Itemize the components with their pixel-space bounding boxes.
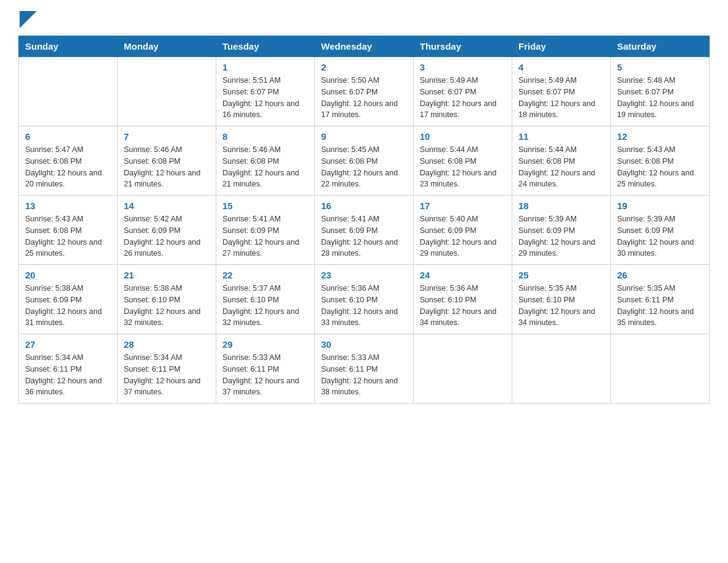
- day-number: 24: [420, 270, 506, 280]
- calendar-cell: 4Sunrise: 5:49 AMSunset: 6:07 PMDaylight…: [512, 57, 611, 126]
- calendar-cell: 17Sunrise: 5:40 AMSunset: 6:09 PMDayligh…: [414, 196, 512, 265]
- calendar-cell: 29Sunrise: 5:33 AMSunset: 6:11 PMDayligh…: [216, 334, 315, 404]
- day-number: 20: [25, 270, 111, 280]
- calendar-week-row: 6Sunrise: 5:47 AMSunset: 6:08 PMDaylight…: [19, 126, 710, 196]
- day-info: Sunrise: 5:49 AMSunset: 6:07 PMDaylight:…: [420, 75, 506, 121]
- calendar-cell: 18Sunrise: 5:39 AMSunset: 6:09 PMDayligh…: [512, 196, 611, 265]
- calendar-cell: [512, 334, 611, 404]
- day-info: Sunrise: 5:41 AMSunset: 6:09 PMDaylight:…: [222, 213, 308, 259]
- day-info: Sunrise: 5:43 AMSunset: 6:08 PMDaylight:…: [25, 213, 111, 259]
- day-info: Sunrise: 5:39 AMSunset: 6:09 PMDaylight:…: [617, 213, 703, 259]
- calendar-cell: 5Sunrise: 5:48 AMSunset: 6:07 PMDaylight…: [611, 57, 710, 126]
- calendar-cell: 13Sunrise: 5:43 AMSunset: 6:08 PMDayligh…: [19, 196, 118, 265]
- calendar-cell: 24Sunrise: 5:36 AMSunset: 6:10 PMDayligh…: [414, 265, 512, 334]
- day-info: Sunrise: 5:33 AMSunset: 6:11 PMDaylight:…: [222, 352, 308, 398]
- day-info: Sunrise: 5:51 AMSunset: 6:07 PMDaylight:…: [222, 75, 308, 121]
- calendar-cell: 27Sunrise: 5:34 AMSunset: 6:11 PMDayligh…: [19, 334, 118, 404]
- calendar-cell: 15Sunrise: 5:41 AMSunset: 6:09 PMDayligh…: [216, 196, 315, 265]
- page-header: [18, 12, 710, 29]
- day-info: Sunrise: 5:39 AMSunset: 6:09 PMDaylight:…: [518, 213, 604, 259]
- calendar-header-row: SundayMondayTuesdayWednesdayThursdayFrid…: [19, 36, 710, 57]
- calendar-week-row: 27Sunrise: 5:34 AMSunset: 6:11 PMDayligh…: [19, 334, 710, 404]
- day-info: Sunrise: 5:48 AMSunset: 6:07 PMDaylight:…: [617, 75, 703, 121]
- calendar-cell: 28Sunrise: 5:34 AMSunset: 6:11 PMDayligh…: [118, 334, 216, 404]
- calendar-cell: 9Sunrise: 5:45 AMSunset: 6:08 PMDaylight…: [315, 126, 414, 196]
- day-number: 7: [124, 131, 210, 142]
- day-number: 21: [124, 270, 210, 280]
- day-number: 9: [321, 131, 407, 142]
- day-info: Sunrise: 5:43 AMSunset: 6:08 PMDaylight:…: [617, 144, 703, 190]
- day-header-sunday: Sunday: [19, 36, 118, 57]
- day-info: Sunrise: 5:35 AMSunset: 6:11 PMDaylight:…: [617, 283, 703, 329]
- calendar-week-row: 20Sunrise: 5:38 AMSunset: 6:09 PMDayligh…: [19, 265, 710, 334]
- day-number: 17: [420, 201, 506, 211]
- day-info: Sunrise: 5:41 AMSunset: 6:09 PMDaylight:…: [321, 213, 407, 259]
- calendar-cell: 25Sunrise: 5:35 AMSunset: 6:10 PMDayligh…: [512, 265, 611, 334]
- day-info: Sunrise: 5:49 AMSunset: 6:07 PMDaylight:…: [518, 75, 604, 121]
- calendar-cell: 19Sunrise: 5:39 AMSunset: 6:09 PMDayligh…: [611, 196, 710, 265]
- day-info: Sunrise: 5:42 AMSunset: 6:09 PMDaylight:…: [124, 213, 210, 259]
- day-info: Sunrise: 5:46 AMSunset: 6:08 PMDaylight:…: [222, 144, 308, 190]
- day-number: 25: [518, 270, 604, 280]
- calendar-cell: 20Sunrise: 5:38 AMSunset: 6:09 PMDayligh…: [19, 265, 118, 334]
- calendar-cell: 2Sunrise: 5:50 AMSunset: 6:07 PMDaylight…: [315, 57, 414, 126]
- logo: [18, 12, 37, 29]
- day-number: 13: [25, 201, 111, 211]
- calendar-cell: [611, 334, 710, 404]
- calendar-cell: [118, 57, 216, 126]
- calendar-cell: 14Sunrise: 5:42 AMSunset: 6:09 PMDayligh…: [118, 196, 216, 265]
- day-number: 16: [321, 201, 407, 211]
- calendar-table: SundayMondayTuesdayWednesdayThursdayFrid…: [18, 36, 710, 404]
- day-number: 23: [321, 270, 407, 280]
- day-header-saturday: Saturday: [611, 36, 710, 57]
- day-info: Sunrise: 5:38 AMSunset: 6:09 PMDaylight:…: [25, 283, 111, 329]
- day-info: Sunrise: 5:36 AMSunset: 6:10 PMDaylight:…: [420, 283, 506, 329]
- logo-triangle-icon: [20, 11, 37, 28]
- calendar-cell: 11Sunrise: 5:44 AMSunset: 6:08 PMDayligh…: [512, 126, 611, 196]
- day-info: Sunrise: 5:37 AMSunset: 6:10 PMDaylight:…: [222, 283, 308, 329]
- day-number: 8: [222, 131, 308, 142]
- day-info: Sunrise: 5:50 AMSunset: 6:07 PMDaylight:…: [321, 75, 407, 121]
- calendar-cell: 23Sunrise: 5:36 AMSunset: 6:10 PMDayligh…: [315, 265, 414, 334]
- day-info: Sunrise: 5:34 AMSunset: 6:11 PMDaylight:…: [25, 352, 111, 398]
- day-number: 27: [25, 339, 111, 350]
- day-info: Sunrise: 5:38 AMSunset: 6:10 PMDaylight:…: [124, 283, 210, 329]
- day-number: 6: [25, 131, 111, 142]
- day-number: 14: [124, 201, 210, 211]
- calendar-cell: 21Sunrise: 5:38 AMSunset: 6:10 PMDayligh…: [118, 265, 216, 334]
- day-info: Sunrise: 5:36 AMSunset: 6:10 PMDaylight:…: [321, 283, 407, 329]
- day-header-wednesday: Wednesday: [315, 36, 414, 57]
- day-number: 19: [617, 201, 703, 211]
- day-info: Sunrise: 5:44 AMSunset: 6:08 PMDaylight:…: [518, 144, 604, 190]
- day-info: Sunrise: 5:40 AMSunset: 6:09 PMDaylight:…: [420, 213, 506, 259]
- day-info: Sunrise: 5:47 AMSunset: 6:08 PMDaylight:…: [25, 144, 111, 190]
- day-number: 4: [518, 62, 604, 72]
- day-info: Sunrise: 5:45 AMSunset: 6:08 PMDaylight:…: [321, 144, 407, 190]
- calendar-cell: 12Sunrise: 5:43 AMSunset: 6:08 PMDayligh…: [611, 126, 710, 196]
- day-header-tuesday: Tuesday: [216, 36, 315, 57]
- day-header-friday: Friday: [512, 36, 611, 57]
- day-header-monday: Monday: [118, 36, 216, 57]
- calendar-cell: [19, 57, 118, 126]
- day-info: Sunrise: 5:44 AMSunset: 6:08 PMDaylight:…: [420, 144, 506, 190]
- calendar-cell: 1Sunrise: 5:51 AMSunset: 6:07 PMDaylight…: [216, 57, 315, 126]
- day-number: 2: [321, 62, 407, 72]
- day-number: 28: [124, 339, 210, 350]
- day-info: Sunrise: 5:34 AMSunset: 6:11 PMDaylight:…: [124, 352, 210, 398]
- day-number: 15: [222, 201, 308, 211]
- calendar-cell: 16Sunrise: 5:41 AMSunset: 6:09 PMDayligh…: [315, 196, 414, 265]
- day-number: 12: [617, 131, 703, 142]
- calendar-cell: 10Sunrise: 5:44 AMSunset: 6:08 PMDayligh…: [414, 126, 512, 196]
- day-header-thursday: Thursday: [414, 36, 512, 57]
- calendar-cell: 6Sunrise: 5:47 AMSunset: 6:08 PMDaylight…: [19, 126, 118, 196]
- day-number: 3: [420, 62, 506, 72]
- calendar-cell: 8Sunrise: 5:46 AMSunset: 6:08 PMDaylight…: [216, 126, 315, 196]
- calendar-cell: 26Sunrise: 5:35 AMSunset: 6:11 PMDayligh…: [611, 265, 710, 334]
- calendar-cell: 7Sunrise: 5:46 AMSunset: 6:08 PMDaylight…: [118, 126, 216, 196]
- day-number: 11: [518, 131, 604, 142]
- day-number: 30: [321, 339, 407, 350]
- day-info: Sunrise: 5:33 AMSunset: 6:11 PMDaylight:…: [321, 352, 407, 398]
- calendar-cell: [414, 334, 512, 404]
- calendar-cell: 22Sunrise: 5:37 AMSunset: 6:10 PMDayligh…: [216, 265, 315, 334]
- calendar-cell: 3Sunrise: 5:49 AMSunset: 6:07 PMDaylight…: [414, 57, 512, 126]
